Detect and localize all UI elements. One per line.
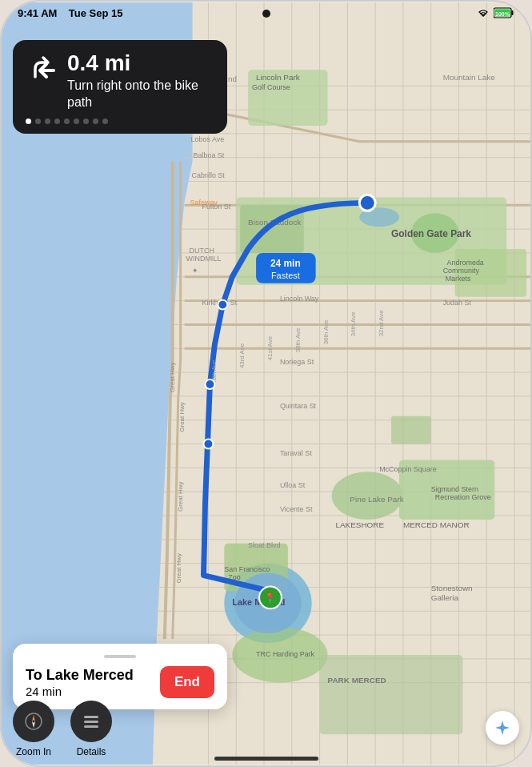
bottom-handle [104, 655, 136, 658]
destination-info: To Lake Merced 24 min [26, 667, 150, 698]
svg-text:MERCED MANOR: MERCED MANOR [403, 520, 470, 529]
destination-row: To Lake Merced 24 min End [26, 666, 214, 698]
nav-text: 0.4 mi Turn right onto the bike path [67, 51, 214, 110]
nav-dot-8 [93, 118, 98, 124]
nav-dot-1 [26, 118, 31, 124]
svg-text:Sloat Blvd: Sloat Blvd [248, 541, 280, 549]
svg-text:Stonestown: Stonestown [431, 584, 473, 592]
location-button[interactable] [486, 711, 519, 745]
svg-text:Community: Community [443, 267, 480, 275]
svg-marker-122 [32, 715, 35, 721]
nav-dot-3 [45, 118, 50, 124]
svg-text:24 min: 24 min [270, 258, 301, 269]
nav-distance: 0.4 mi [67, 51, 214, 76]
svg-point-101 [359, 195, 375, 211]
location-icon [494, 719, 511, 737]
details-button[interactable]: Details [70, 701, 112, 757]
svg-text:Markets: Markets [446, 275, 471, 283]
svg-rect-126 [84, 725, 98, 728]
nav-dot-2 [35, 118, 41, 124]
svg-text:Vicente St: Vicente St [280, 505, 313, 513]
svg-text:Safeway: Safeway [190, 199, 218, 207]
svg-text:Judah St: Judah St [443, 299, 472, 307]
svg-text:Pine Lake Park: Pine Lake Park [350, 495, 403, 504]
svg-text:McCoppin Square: McCoppin Square [379, 465, 437, 473]
svg-point-116 [203, 440, 213, 449]
svg-text:Quintara St: Quintara St [280, 402, 317, 410]
svg-text:34th Ave: 34th Ave [350, 311, 357, 336]
svg-text:Golden Gate Park: Golden Gate Park [391, 228, 471, 239]
svg-text:32nd Ave: 32nd Ave [378, 310, 385, 337]
svg-text:PARK MERCED: PARK MERCED [328, 676, 386, 685]
svg-text:LAKESHORE: LAKESHORE [335, 520, 384, 529]
svg-text:43rd Ave: 43rd Ave [238, 343, 246, 368]
zoom-in-label: Zoom In [16, 746, 51, 757]
nav-instruction: Turn right onto the bike path [67, 78, 214, 111]
svg-text:Andromeda: Andromeda [447, 259, 484, 267]
svg-text:Lincoln Way: Lincoln Way [280, 295, 319, 303]
svg-rect-124 [84, 716, 98, 718]
details-circle [70, 701, 112, 742]
end-button[interactable]: End [160, 666, 214, 698]
home-indicator [214, 757, 318, 761]
svg-text:Golf Course: Golf Course [252, 83, 290, 91]
svg-text:Cabrillo St: Cabrillo St [192, 171, 226, 179]
bottom-panel: To Lake Merced 24 min End [13, 644, 227, 709]
battery-icon: 100% [494, 7, 514, 18]
list-icon [81, 711, 102, 732]
details-label: Details [77, 746, 106, 757]
nav-dot-7 [83, 118, 89, 124]
svg-text:Ulloa St: Ulloa St [280, 481, 306, 489]
nav-dot-4 [54, 118, 60, 124]
destination-time: 24 min [26, 685, 150, 698]
svg-point-115 [205, 379, 214, 389]
svg-text:Taraval St: Taraval St [280, 449, 312, 457]
svg-rect-125 [84, 721, 98, 723]
svg-text:San Francisco: San Francisco [224, 565, 270, 573]
svg-text:DUTCH: DUTCH [190, 247, 214, 255]
svg-text:38th Ave: 38th Ave [294, 327, 302, 352]
svg-text:41st Ave: 41st Ave [266, 335, 274, 360]
svg-rect-53 [320, 655, 463, 734]
turn-arrow-icon [26, 54, 58, 86]
compass-icon [24, 712, 43, 731]
zoom-in-button[interactable]: Zoom In [13, 701, 54, 757]
svg-text:Galleria: Galleria [431, 593, 459, 602]
svg-text:36th Ave: 36th Ave [322, 319, 330, 344]
svg-text:📍: 📍 [264, 592, 276, 604]
svg-text:Noriega St: Noriega St [280, 358, 314, 366]
svg-text:Lobos Ave: Lobos Ave [191, 135, 225, 143]
bottom-controls: Zoom In Details [13, 701, 112, 757]
svg-text:WINDMILL: WINDMILL [186, 255, 222, 263]
svg-point-114 [218, 300, 227, 310]
svg-rect-50 [391, 416, 431, 444]
svg-marker-123 [32, 721, 35, 728]
svg-rect-118 [512, 10, 514, 15]
svg-text:Mountain Lake: Mountain Lake [443, 73, 496, 82]
navigation-card[interactable]: 0.4 mi Turn right onto the bike path [13, 40, 227, 134]
svg-text:Great Hwy: Great Hwy [169, 362, 176, 392]
svg-text:Recreation Grove: Recreation Grove [435, 493, 491, 501]
nav-dot-6 [74, 118, 79, 124]
svg-text:100%: 100% [495, 11, 510, 17]
svg-text:Balboa St: Balboa St [194, 151, 225, 159]
destination-name: To Lake Merced [26, 667, 150, 684]
svg-text:Sigmund Stern: Sigmund Stern [431, 485, 478, 493]
nav-dot-9 [102, 118, 108, 124]
device-frame: Lands End Lincoln Park Golf Course Mount… [0, 0, 532, 767]
svg-text:Great Hwy: Great Hwy [178, 402, 186, 432]
svg-text:Lincoln Park: Lincoln Park [256, 73, 300, 82]
nav-dots [26, 118, 214, 124]
svg-text:Great Hwy: Great Hwy [175, 553, 182, 584]
status-right: 100% [477, 7, 514, 18]
svg-text:Fastest: Fastest [271, 271, 300, 280]
status-bar: 9:41 AM Tue Sep 15 100% [2, 2, 530, 24]
zoom-in-circle [13, 701, 54, 742]
status-time: 9:41 AM Tue Sep 15 [18, 7, 123, 19]
svg-text:TRC Harding Park: TRC Harding Park [256, 650, 315, 658]
wifi-icon [477, 8, 490, 18]
nav-dot-5 [64, 118, 70, 124]
svg-text:✦: ✦ [192, 267, 198, 275]
svg-text:Great Hwy: Great Hwy [177, 482, 184, 512]
